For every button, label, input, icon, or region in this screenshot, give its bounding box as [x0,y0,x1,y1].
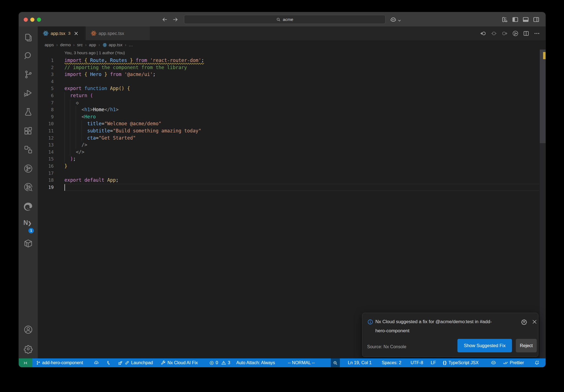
code-line[interactable]: 4 [38,78,546,85]
minimize-window-button[interactable] [30,18,34,22]
code-line[interactable]: 13 /> [38,141,546,149]
command-center-text: acme [283,17,293,22]
code-line[interactable]: 16} [38,163,546,170]
code-line[interactable]: 17 [38,170,546,177]
code-line[interactable]: 12 cta="Get Started" [38,135,546,142]
breadcrumb: apps› demo› src› app› app.tsx › … [38,40,546,50]
code-line[interactable]: 18export default App; [38,177,546,184]
project-structure-icon[interactable] [23,145,33,154]
breadcrumb-item[interactable]: apps [45,42,54,47]
navigate-forward-icon[interactable] [172,17,178,23]
source-control-graph-icon[interactable] [512,30,519,37]
cursor-position-item[interactable]: Ln 19, Col 1 [348,358,372,367]
code-text: export default App; [64,177,119,184]
navigate-back-icon[interactable] [162,17,168,23]
code-line[interactable]: 19 [38,184,546,191]
notifications-bell-icon[interactable] [534,358,539,367]
eol-item[interactable]: LF [431,358,436,367]
breadcrumb-item[interactable]: app [89,42,96,47]
tab-label: app.spec.tsx [99,31,124,36]
formatter-item[interactable]: Prettier [503,358,524,367]
remote-indicator[interactable] [19,358,32,367]
toggle-secondary-sidebar-icon[interactable] [533,16,539,23]
breadcrumb-item[interactable]: demo [60,42,71,47]
notification-message: Nx Cloud suggested a fix for @acme/demo:… [375,317,524,335]
problems-item[interactable]: 0 3 [209,358,230,367]
launchpad-item[interactable]: Launchpad [118,358,153,367]
code-line[interactable]: 10 title="Welcmoe @acme/demo" [38,120,546,127]
indentation-item[interactable]: Spaces: 2 [382,358,401,367]
code-line[interactable]: 2// importing the component from the lib… [38,64,546,71]
more-actions-icon[interactable] [534,30,540,37]
code-line[interactable]: 5export function App() { [38,85,546,92]
toggle-primary-sidebar-icon[interactable] [512,16,519,23]
extensions-icon[interactable] [23,126,33,136]
code-line[interactable]: 11 subtitle="Build something amazing tod… [38,127,546,135]
command-center-search[interactable]: acme [184,15,386,24]
copilot-status-icon[interactable] [491,358,496,367]
tab-app-spec-tsx[interactable]: app.spec.tsx [86,26,150,40]
next-change-icon[interactable] [501,30,508,37]
publish-changes-icon[interactable] [94,358,99,367]
customize-layout-icon[interactable] [501,16,508,23]
previous-change-icon[interactable] [480,30,486,37]
notification-close-icon[interactable] [532,319,537,325]
git-branch-item[interactable]: add-hero-component [36,358,83,367]
toggle-panel-icon[interactable] [522,16,529,23]
code-editor[interactable]: You, 3 hours ago | 1 author (You) 1impor… [38,50,546,358]
current-change-icon[interactable] [491,30,497,37]
run-debug-icon[interactable] [23,88,33,98]
reject-button[interactable]: Reject [516,339,537,352]
code-line[interactable]: 7 ◇ [38,99,546,107]
chevron-down-icon[interactable] [398,19,401,22]
copilot-icon[interactable] [390,17,397,23]
code-text: ◇ [64,99,79,107]
code-line[interactable]: 9 <Hero [38,113,546,121]
line-number: 7 [38,99,54,107]
code-line[interactable]: 1import { Route, Routes } from 'react-ro… [38,57,546,64]
line-number: 11 [38,127,54,135]
testing-icon[interactable] [23,107,33,117]
commit-graph-icon[interactable] [23,164,33,173]
scrollbar-track[interactable] [540,50,546,358]
breadcrumb-item-symbol[interactable]: … [129,42,133,47]
language-mode-item[interactable]: {} TypeScript JSX [443,358,479,367]
auto-attach-item[interactable]: Auto Attach: Always [236,358,275,367]
search-sidebar-icon[interactable] [23,51,33,61]
code-line[interactable]: 3import { Hero } from '@acme/ui'; [38,71,546,78]
explorer-icon[interactable] [23,33,33,42]
edge-browser-icon[interactable] [23,202,33,211]
code-line[interactable]: 15 ); [38,156,546,163]
breadcrumb-item-file[interactable]: app.tsx [102,42,123,47]
code-text: ); [64,156,76,163]
vim-mode-item[interactable]: -- NORMAL -- [288,358,315,367]
settings-gear-icon[interactable] [23,344,33,354]
scrollbar-slider[interactable] [540,50,546,143]
commit-search-icon[interactable] [23,182,33,192]
code-line[interactable]: 14 </> [38,149,546,156]
source-control-icon[interactable] [23,70,33,79]
split-editor-icon[interactable] [523,30,529,37]
nx-console-icon[interactable]: N❯ [23,219,36,229]
code-line[interactable]: 6 return ( [38,92,546,99]
wrench-icon [161,360,166,365]
line-number: 6 [38,92,54,99]
line-number: 18 [38,177,54,184]
maximize-window-button[interactable] [37,18,41,22]
container-icon[interactable] [23,239,33,248]
tab-app-tsx[interactable]: app.tsx 3 [38,26,86,40]
close-tab-icon[interactable] [74,31,78,36]
breadcrumb-item[interactable]: src [77,42,83,47]
line-number: 13 [38,141,54,149]
zoom-status-item[interactable] [331,358,340,367]
show-suggested-fix-button[interactable]: Show Suggested Fix [457,339,512,352]
nx-cloud-fix-item[interactable]: Nx Cloud AI Fix [161,358,198,367]
line-number: 1 [38,57,54,64]
encoding-item[interactable]: UTF-8 [411,358,423,367]
graph-icon[interactable] [106,358,111,367]
code-line[interactable]: 8 <h1>Home</h1> [38,106,546,113]
notification-settings-icon[interactable] [521,319,527,325]
accounts-icon[interactable] [23,325,33,334]
close-window-button[interactable] [24,18,28,22]
line-number: 14 [38,149,54,156]
